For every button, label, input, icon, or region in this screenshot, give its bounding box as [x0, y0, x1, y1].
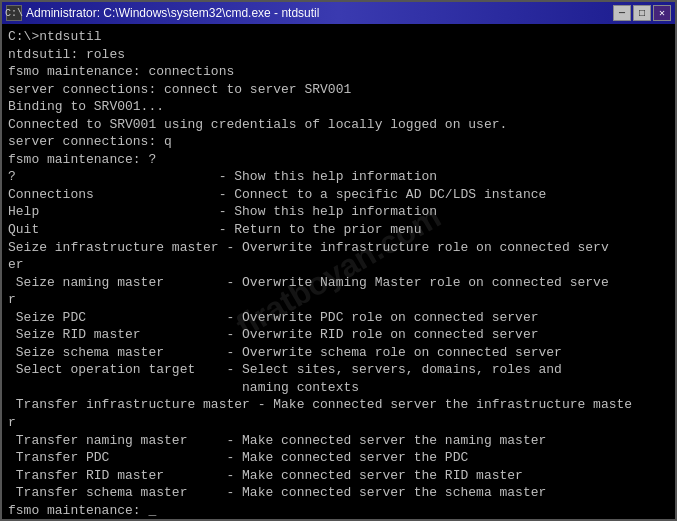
- terminal-line: Connections - Connect to a specific AD D…: [8, 186, 669, 204]
- terminal-line: r: [8, 414, 669, 432]
- maximize-button[interactable]: □: [633, 5, 651, 21]
- window: C:\ Administrator: C:\Windows\system32\c…: [0, 0, 677, 521]
- terminal-line: Seize infrastructure master - Overwrite …: [8, 239, 669, 257]
- terminal-line: Help - Show this help information: [8, 203, 669, 221]
- terminal-line: Transfer naming master - Make connected …: [8, 432, 669, 450]
- terminal-line: fsmo maintenance: connections: [8, 63, 669, 81]
- terminal-line: Seize PDC - Overwrite PDC role on connec…: [8, 309, 669, 327]
- terminal-line: Seize naming master - Overwrite Naming M…: [8, 274, 669, 292]
- terminal-line: Seize RID master - Overwrite RID role on…: [8, 326, 669, 344]
- terminal-line: Seize schema master - Overwrite schema r…: [8, 344, 669, 362]
- terminal-line: Binding to SRV001...: [8, 98, 669, 116]
- terminal-line: r: [8, 291, 669, 309]
- cmd-icon: C:\: [6, 5, 22, 21]
- terminal-line: ntdsutil: roles: [8, 46, 669, 64]
- terminal-line: server connections: connect to server SR…: [8, 81, 669, 99]
- terminal-line: naming contexts: [8, 379, 669, 397]
- terminal-line: Quit - Return to the prior menu: [8, 221, 669, 239]
- terminal-line: Transfer PDC - Make connected server the…: [8, 449, 669, 467]
- terminal-line: Connected to SRV001 using credentials of…: [8, 116, 669, 134]
- window-title: Administrator: C:\Windows\system32\cmd.e…: [26, 6, 319, 20]
- title-bar: C:\ Administrator: C:\Windows\system32\c…: [2, 2, 675, 24]
- title-bar-left: C:\ Administrator: C:\Windows\system32\c…: [6, 5, 319, 21]
- terminal-line: er: [8, 256, 669, 274]
- terminal-line: Transfer schema master - Make connected …: [8, 484, 669, 502]
- terminal-line: Transfer RID master - Make connected ser…: [8, 467, 669, 485]
- terminal-line: ? - Show this help information: [8, 168, 669, 186]
- terminal-line: server connections: q: [8, 133, 669, 151]
- terminal-content: C:\>ntdsutilntdsutil: rolesfsmo maintena…: [8, 28, 669, 519]
- terminal-line: C:\>ntdsutil: [8, 28, 669, 46]
- window-controls: ─ □ ✕: [613, 5, 671, 21]
- terminal-body[interactable]: firatboyan.com C:\>ntdsutilntdsutil: rol…: [2, 24, 675, 519]
- close-button[interactable]: ✕: [653, 5, 671, 21]
- terminal-line: fsmo maintenance: _: [8, 502, 669, 519]
- terminal-line: fsmo maintenance: ?: [8, 151, 669, 169]
- terminal-line: Select operation target - Select sites, …: [8, 361, 669, 379]
- minimize-button[interactable]: ─: [613, 5, 631, 21]
- terminal-line: Transfer infrastructure master - Make co…: [8, 396, 669, 414]
